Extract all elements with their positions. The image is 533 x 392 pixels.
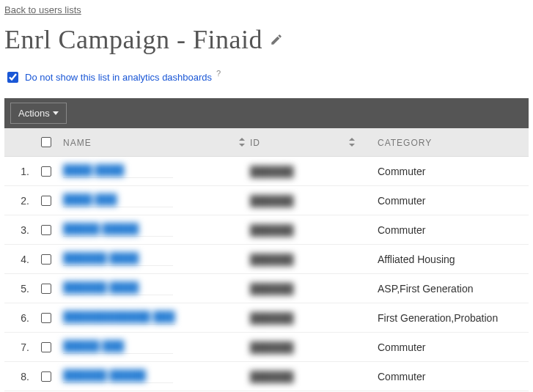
row-checkbox[interactable] xyxy=(41,284,51,294)
column-header-name[interactable]: NAME xyxy=(63,138,92,148)
user-name-link[interactable]: ████ ███ xyxy=(63,193,117,205)
page-title: Enrl Campaign - Finaid xyxy=(4,24,262,55)
help-icon[interactable]: ? xyxy=(216,69,221,78)
user-category: Affliated Housing xyxy=(378,254,455,265)
svg-marker-3 xyxy=(349,144,355,147)
table-header: NAME ID CATEGORY xyxy=(4,128,529,157)
user-name-link[interactable]: █████ █████ xyxy=(63,223,139,234)
svg-marker-0 xyxy=(239,138,245,141)
hide-dashboard-label[interactable]: Do not show this list in analytics dashb… xyxy=(25,72,212,83)
user-name-link[interactable]: █████ ███ xyxy=(63,340,124,352)
actions-dropdown[interactable]: Actions xyxy=(10,103,67,124)
table-row: 8.██████ ███████████Commuter xyxy=(4,362,529,391)
column-header-id[interactable]: ID xyxy=(250,138,260,148)
row-number: 3. xyxy=(4,224,34,236)
row-checkbox[interactable] xyxy=(41,225,51,235)
row-checkbox[interactable] xyxy=(41,371,51,382)
pencil-icon[interactable] xyxy=(270,33,283,46)
table-row: 4.██████ ██████████Affliated Housing xyxy=(4,245,529,274)
user-name-link[interactable]: ████████████ ███ xyxy=(63,311,175,322)
row-checkbox[interactable] xyxy=(41,254,51,265)
user-id: ██████ xyxy=(250,224,294,236)
row-number: 8. xyxy=(4,371,34,382)
user-id: ██████ xyxy=(250,341,294,353)
user-category: Commuter xyxy=(378,195,425,207)
user-id: ██████ xyxy=(250,254,294,265)
user-id: ██████ xyxy=(250,166,294,177)
table-row: 7.█████ █████████Commuter xyxy=(4,333,529,362)
user-category: Commuter xyxy=(378,341,425,353)
column-header-category[interactable]: CATEGORY xyxy=(378,138,432,148)
user-category: Commuter xyxy=(378,224,425,236)
sort-icon[interactable] xyxy=(348,138,356,147)
table-row: 6.████████████ █████████First Generation… xyxy=(4,303,529,333)
user-name-link[interactable]: ██████ ████ xyxy=(63,281,139,293)
hide-dashboard-checkbox[interactable] xyxy=(7,72,18,83)
row-number: 2. xyxy=(4,195,34,207)
user-id: ██████ xyxy=(250,312,294,324)
row-checkbox[interactable] xyxy=(41,342,51,352)
user-id: ██████ xyxy=(250,195,294,207)
row-number: 7. xyxy=(4,341,34,353)
user-name-link[interactable]: ██████ █████ xyxy=(63,369,146,381)
select-all-checkbox[interactable] xyxy=(41,137,51,147)
user-id: ██████ xyxy=(250,371,294,382)
svg-marker-2 xyxy=(349,138,355,141)
row-checkbox[interactable] xyxy=(41,196,51,206)
toolbar: Actions xyxy=(4,98,529,128)
row-number: 6. xyxy=(4,312,34,324)
user-category: Commuter xyxy=(378,166,425,177)
user-category: Commuter xyxy=(378,371,425,382)
actions-label: Actions xyxy=(18,108,50,119)
table-row: 2.████ █████████Commuter xyxy=(4,186,529,215)
row-number: 4. xyxy=(4,254,34,265)
user-name-link[interactable]: ████ ████ xyxy=(63,164,124,176)
row-checkbox[interactable] xyxy=(41,313,51,323)
row-number: 1. xyxy=(4,166,34,177)
back-link[interactable]: Back to users lists xyxy=(4,4,81,15)
table-row: 1.████ ██████████Commuter xyxy=(4,157,529,186)
chevron-down-icon xyxy=(53,111,59,115)
table-row: 5.██████ ██████████ASP,First Generation xyxy=(4,274,529,303)
user-id: ██████ xyxy=(250,283,294,295)
user-name-link[interactable]: ██████ ████ xyxy=(63,252,139,264)
row-number: 5. xyxy=(4,283,34,295)
user-category: First Generation,Probation xyxy=(378,312,498,324)
svg-marker-1 xyxy=(239,144,245,147)
user-category: ASP,First Generation xyxy=(378,283,473,295)
table-row: 3.█████ ███████████Commuter xyxy=(4,215,529,245)
sort-icon[interactable] xyxy=(238,138,246,147)
row-checkbox[interactable] xyxy=(41,166,51,177)
